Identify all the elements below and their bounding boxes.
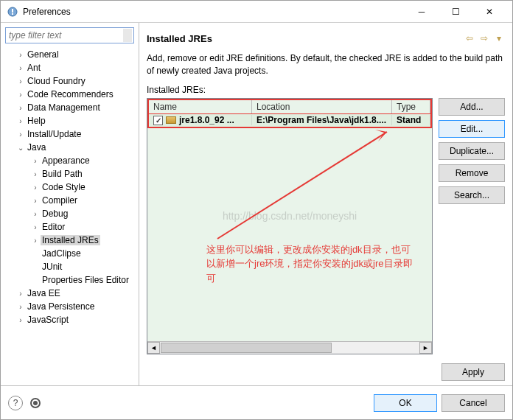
tree-item-java[interactable]: ⌄Java — [2, 141, 139, 154]
tree-item-data-management[interactable]: ›Data Management — [2, 101, 139, 114]
tree-item-label: Appearance — [41, 155, 91, 166]
jre-name: jre1.8.0_92 ... — [179, 115, 234, 125]
annotation-text: 这里你可以编辑，更改成你安装的jdk目录，也可以新增一个jre环境，指定你安装的… — [206, 242, 413, 286]
tree-item-label: Java — [26, 142, 47, 153]
back-icon[interactable]: ⇦ — [464, 33, 475, 43]
col-name[interactable]: Name — [149, 100, 252, 113]
tree-item-label: Build Path — [41, 169, 84, 179]
tree-item-installed-jres[interactable]: ›Installed JREs — [2, 234, 139, 247]
twisty-icon[interactable]: › — [30, 223, 41, 231]
twisty-icon[interactable]: › — [15, 130, 26, 139]
minimize-button[interactable]: ─ — [405, 1, 439, 23]
svg-rect-2 — [12, 13, 13, 15]
tree-item-label: Editor — [41, 222, 66, 232]
tree-item-label: JavaScript — [26, 315, 70, 325]
col-location[interactable]: Location — [252, 100, 392, 113]
oomph-record-icon[interactable] — [30, 398, 41, 408]
table-label: Installed JREs: — [147, 85, 505, 95]
twisty-icon[interactable]: › — [30, 157, 41, 165]
tree-item-code-style[interactable]: ›Code Style — [2, 181, 139, 194]
svg-rect-1 — [12, 9, 13, 13]
tree-item-build-path[interactable]: ›Build Path — [2, 167, 139, 181]
filter-input[interactable] — [6, 30, 123, 41]
tree-item-label: Data Management — [26, 102, 102, 113]
forward-icon[interactable]: ⇨ — [478, 33, 490, 43]
apply-button[interactable]: Apply — [442, 363, 505, 381]
cancel-button[interactable]: Cancel — [442, 394, 505, 412]
filter-clear-button[interactable] — [123, 29, 132, 42]
page-title: Installed JREs — [147, 33, 212, 44]
tree-item-label: Java Persistence — [26, 301, 96, 312]
tree-item-debug[interactable]: ›Debug — [2, 207, 139, 220]
tree-item-label: JadClipse — [41, 248, 83, 259]
twisty-icon[interactable]: › — [15, 77, 26, 85]
right-panel: Installed JREs ⇦ ⇨ ▾ Add, remove or edit… — [139, 23, 512, 385]
twisty-icon[interactable]: › — [15, 316, 26, 324]
twisty-icon[interactable]: ⌄ — [15, 144, 26, 152]
filter-box — [5, 27, 134, 43]
twisty-icon[interactable]: › — [30, 170, 41, 178]
maximize-button[interactable]: ☐ — [439, 1, 472, 23]
tree-item-properties-files-editor[interactable]: Properties Files Editor — [2, 273, 139, 287]
tree-item-editor[interactable]: ›Editor — [2, 220, 139, 234]
tree-item-label: JUnit — [41, 262, 63, 272]
tree-item-compiler[interactable]: ›Compiler — [2, 194, 139, 207]
table-row[interactable]: jre1.8.0_92 ... E:\Program Files\Java\jd… — [147, 113, 432, 128]
table-body: jre1.8.0_92 ... E:\Program Files\Java\jd… — [147, 113, 432, 341]
scroll-right-icon[interactable]: ► — [419, 342, 432, 354]
tree-item-install-update[interactable]: ›Install/Update — [2, 127, 139, 141]
window-title: Preferences — [23, 7, 405, 17]
annotation-arrow — [195, 128, 394, 246]
jre-type: Stand — [392, 115, 430, 125]
close-button[interactable]: ✕ — [472, 1, 506, 23]
preferences-tree[interactable]: ›General›Ant›Cloud Foundry›Code Recommen… — [1, 48, 139, 385]
twisty-icon[interactable]: › — [30, 237, 41, 245]
page-description: Add, remove or edit JRE definitions. By … — [147, 52, 505, 77]
tree-item-code-recommenders[interactable]: ›Code Recommenders — [2, 88, 139, 101]
remove-button[interactable]: Remove — [439, 164, 505, 182]
horizontal-scrollbar[interactable]: ◄ ► — [147, 341, 432, 354]
tree-item-general[interactable]: ›General — [2, 48, 139, 61]
tree-item-javascript[interactable]: ›JavaScript — [2, 313, 139, 326]
tree-item-label: Install/Update — [26, 129, 83, 139]
twisty-icon[interactable]: › — [15, 64, 26, 72]
scroll-thumb[interactable] — [161, 343, 332, 353]
twisty-icon[interactable]: › — [15, 104, 26, 112]
tree-item-label: Cloud Foundry — [26, 76, 87, 86]
page-nav-icons: ⇦ ⇨ ▾ — [464, 33, 505, 43]
tree-item-junit[interactable]: JUnit — [2, 260, 139, 273]
scroll-left-icon[interactable]: ◄ — [147, 342, 160, 354]
tree-item-cloud-foundry[interactable]: ›Cloud Foundry — [2, 74, 139, 88]
add-button[interactable]: Add... — [439, 98, 505, 116]
tree-item-help[interactable]: ›Help — [2, 114, 139, 127]
tree-item-jadclipse[interactable]: JadClipse — [2, 247, 139, 260]
search-button[interactable]: Search... — [439, 186, 505, 204]
tree-item-label: Code Style — [41, 182, 87, 192]
jre-icon — [166, 116, 176, 124]
twisty-icon[interactable]: › — [15, 303, 26, 311]
duplicate-button[interactable]: Duplicate... — [439, 142, 505, 160]
tree-item-label: Properties Files Editor — [41, 275, 130, 285]
tree-item-label: Ant — [26, 63, 42, 73]
col-type[interactable]: Type — [392, 100, 430, 113]
menu-dropdown-icon[interactable]: ▾ — [493, 33, 505, 43]
help-icon[interactable]: ? — [8, 396, 23, 410]
ok-button[interactable]: OK — [374, 394, 437, 412]
edit-button[interactable]: Edit... — [439, 120, 505, 138]
twisty-icon[interactable]: › — [30, 210, 41, 218]
tree-item-label: Code Recommenders — [26, 89, 115, 99]
svg-marker-4 — [375, 130, 387, 141]
tree-item-java-ee[interactable]: ›Java EE — [2, 287, 139, 300]
twisty-icon[interactable]: › — [15, 51, 26, 59]
twisty-icon[interactable]: › — [15, 91, 26, 99]
jre-checkbox[interactable] — [153, 116, 163, 125]
twisty-icon[interactable]: › — [30, 183, 41, 192]
jre-table[interactable]: Name Location Type jre1.8.0_92 ... E:\Pr… — [147, 98, 433, 354]
twisty-icon[interactable]: › — [15, 290, 26, 298]
tree-item-ant[interactable]: ›Ant — [2, 61, 139, 74]
tree-item-label: Java EE — [26, 288, 62, 298]
tree-item-java-persistence[interactable]: ›Java Persistence — [2, 300, 139, 313]
twisty-icon[interactable]: › — [15, 117, 26, 125]
twisty-icon[interactable]: › — [30, 197, 41, 205]
tree-item-appearance[interactable]: ›Appearance — [2, 154, 139, 167]
